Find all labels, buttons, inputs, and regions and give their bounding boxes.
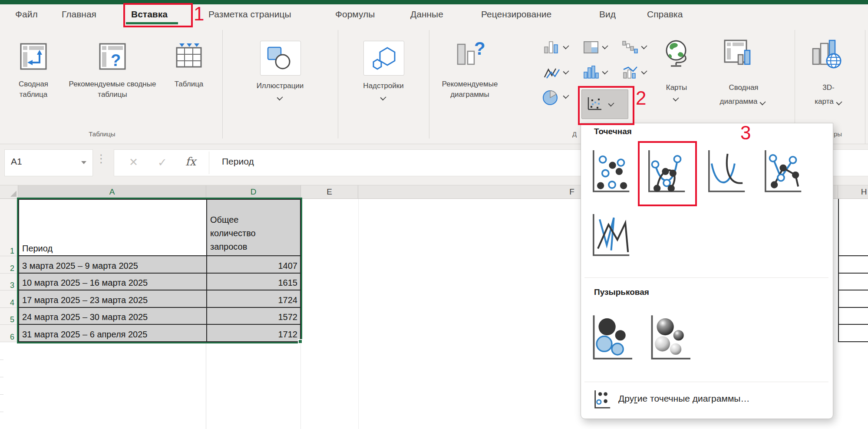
- name-box-resize-handle[interactable]: ⋮: [96, 152, 107, 165]
- maps-label: Карты: [656, 82, 697, 93]
- svg-text:?: ?: [474, 39, 485, 59]
- scatter-chart-menu: Точечная: [581, 123, 833, 419]
- pie-chart-button[interactable]: [542, 89, 559, 106]
- cell-d4[interactable]: 1724: [207, 290, 301, 308]
- right-table-border: [839, 255, 868, 256]
- scatter-lines-markers-item[interactable]: [761, 148, 803, 197]
- waterfall-chart-button[interactable]: [622, 40, 638, 55]
- column-header-d[interactable]: D: [206, 185, 301, 199]
- row-header-1[interactable]: 1: [0, 199, 18, 256]
- cell-a2[interactable]: 3 марта 2025 – 9 марта 2025: [19, 256, 207, 274]
- scatter-smooth-item[interactable]: [704, 148, 747, 197]
- recommended-pivots-button[interactable]: ?: [99, 43, 126, 70]
- more-scatter-charts-item[interactable]: Другие точечные диаграммы…: [581, 385, 832, 413]
- line-chart-button[interactable]: [544, 65, 560, 80]
- right-table-border: [839, 324, 868, 325]
- cell-d6[interactable]: 1712: [207, 325, 301, 342]
- name-box[interactable]: A1: [4, 149, 93, 176]
- tab-review[interactable]: Рецензирование: [481, 9, 551, 20]
- bubble-3d-chart-item[interactable]: [647, 314, 693, 365]
- histogram-chart-icon: [583, 65, 599, 80]
- scatter-chart-button[interactable]: [581, 89, 628, 119]
- tab-formulas[interactable]: Формулы: [335, 9, 375, 20]
- combo-chart-button[interactable]: [622, 65, 638, 80]
- scatter-smooth-icon: [704, 148, 747, 197]
- name-box-dropdown-icon[interactable]: [81, 161, 86, 164]
- chevron-down-icon: [608, 100, 614, 106]
- formula-input[interactable]: Период: [222, 156, 254, 167]
- row-gridline: [0, 360, 3, 360]
- cell-a6[interactable]: 31 марта 2025 – 6 апреля 2025: [19, 325, 207, 342]
- tab-view[interactable]: Вид: [599, 9, 616, 20]
- illustrations-button[interactable]: [260, 41, 301, 76]
- column-header-h[interactable]: H: [838, 185, 868, 199]
- histogram-chart-button[interactable]: [583, 65, 599, 80]
- pivot-chart-label-line2: диаграмма: [701, 96, 784, 107]
- maps-button[interactable]: [663, 39, 691, 68]
- scatter-lines-markers-icon: [761, 148, 803, 197]
- excel-window: Файл Главная Вставка Разметка страницы Ф…: [0, 0, 868, 429]
- cell-d2[interactable]: 1407: [207, 256, 301, 274]
- tab-data[interactable]: Данные: [410, 9, 443, 20]
- chevron-down-icon: [760, 99, 766, 105]
- ribbon-tab-row: Файл Главная Вставка Разметка страницы Ф…: [0, 4, 868, 25]
- table-label: Таблица: [163, 79, 215, 89]
- enter-icon[interactable]: ✓: [158, 156, 167, 169]
- tab-help[interactable]: Справка: [647, 9, 683, 20]
- combo-chart-icon: [622, 65, 638, 80]
- cell-a5[interactable]: 24 марта 2025 – 30 марта 2025: [19, 308, 207, 325]
- map3d-icon: [810, 38, 845, 69]
- column-gridline: [358, 199, 359, 429]
- hierarchy-chart-button[interactable]: [583, 40, 599, 55]
- tab-insert[interactable]: Вставка: [131, 9, 168, 20]
- table-button[interactable]: [175, 42, 203, 69]
- cell-a1[interactable]: Период: [19, 200, 207, 256]
- pivot-chart-label-line1: Сводная: [708, 82, 779, 93]
- pie-chart-icon: [542, 89, 559, 106]
- select-all-button[interactable]: [0, 185, 18, 199]
- cell-d3[interactable]: 1615: [207, 274, 301, 290]
- menu-divider: [584, 277, 828, 278]
- map3d-button[interactable]: [810, 38, 845, 69]
- scatter-markers-item[interactable]: [589, 148, 631, 197]
- recommended-charts-button[interactable]: ?: [454, 39, 485, 70]
- tab-file[interactable]: Файл: [15, 9, 38, 20]
- tab-home[interactable]: Главная: [62, 9, 96, 20]
- column-gridline: [206, 342, 206, 429]
- column-header-a[interactable]: A: [18, 185, 206, 199]
- insert-function-icon[interactable]: fx: [185, 155, 196, 168]
- select-all-triangle-icon: [10, 191, 17, 197]
- pivot-chart-button[interactable]: [723, 39, 754, 67]
- tab-page-layout[interactable]: Разметка страницы: [208, 9, 291, 20]
- chevron-down-icon: [602, 68, 608, 74]
- cell-a4[interactable]: 17 марта 2025 – 23 марта 2025: [19, 290, 207, 308]
- scatter-chart-icon: [586, 96, 603, 111]
- pivot-table-button[interactable]: [20, 43, 47, 70]
- fill-handle[interactable]: [298, 339, 303, 344]
- recommended-charts-label: Рекомендуемые диаграммы: [431, 79, 509, 100]
- column-chart-button[interactable]: [544, 40, 560, 55]
- row-header-2[interactable]: 2: [0, 256, 18, 274]
- pivot-table-label: Сводная таблица: [5, 79, 62, 100]
- column-header-e[interactable]: E: [301, 185, 358, 199]
- cancel-icon[interactable]: ✕: [129, 156, 138, 168]
- group-divider: [338, 30, 338, 139]
- bubble-section-header: Пузырьковая: [594, 287, 649, 297]
- scatter-smooth-markers-item[interactable]: [644, 148, 687, 197]
- recommended-charts-icon: ?: [454, 39, 485, 70]
- chevron-down-icon: [641, 68, 647, 74]
- row-header-3[interactable]: 3: [0, 274, 18, 290]
- cell-d1[interactable]: Общее количество запросов: [207, 200, 301, 256]
- scatter-lines-item[interactable]: [589, 212, 631, 261]
- scatter-smooth-markers-icon: [644, 148, 687, 197]
- row-header-6[interactable]: 6: [0, 325, 18, 342]
- scatter-markers-icon: [589, 148, 631, 197]
- addins-button[interactable]: [363, 41, 404, 76]
- row-header-4[interactable]: 4: [0, 290, 18, 308]
- row-header-5[interactable]: 5: [0, 308, 18, 325]
- annotation-number-3: 3: [740, 123, 751, 142]
- cell-a3[interactable]: 10 марта 2025 – 16 марта 2025: [19, 274, 207, 290]
- menu-divider: [584, 382, 828, 382]
- bubble-chart-item[interactable]: [589, 314, 634, 365]
- cell-d5[interactable]: 1572: [207, 308, 301, 325]
